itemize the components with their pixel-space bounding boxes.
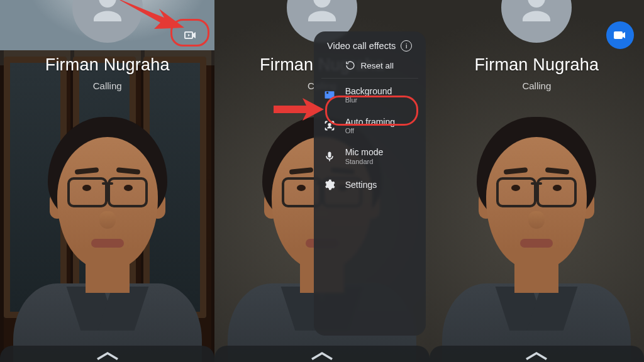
effects-panel-title: Video call effects xyxy=(327,41,396,51)
effects-item-background[interactable]: Background Blur xyxy=(314,80,426,111)
chevron-up-icon xyxy=(523,349,550,361)
effects-item-settings[interactable]: Settings xyxy=(314,172,426,198)
screenshot-step-3: Firman Nugraha Calling xyxy=(430,0,644,362)
effects-panel-title-row: Video call effects i xyxy=(314,40,426,52)
camera-icon xyxy=(183,28,198,43)
reset-icon xyxy=(345,60,355,70)
chevron-up-icon xyxy=(309,349,335,361)
effects-item-micmode[interactable]: Mic mode Standard xyxy=(314,141,426,172)
video-effects-button[interactable] xyxy=(177,21,204,49)
call-status: Calling xyxy=(0,80,214,91)
caller-selfview xyxy=(442,98,631,362)
call-controls-bar[interactable] xyxy=(430,346,644,362)
video-effects-panel: Video call effects i Reset all Backgroun… xyxy=(314,31,426,336)
call-controls-bar[interactable] xyxy=(0,346,214,362)
person-icon xyxy=(87,0,128,28)
caller-name: Firman Nugraha xyxy=(0,55,214,75)
avatar xyxy=(501,0,572,43)
camera-icon xyxy=(613,28,628,43)
call-controls-bar[interactable] xyxy=(214,346,429,362)
effects-item-autoframing[interactable]: Auto framing Off xyxy=(314,111,426,141)
caller-name: Firman Nugraha xyxy=(430,55,644,75)
image-icon xyxy=(323,88,336,102)
svg-point-1 xyxy=(328,124,331,126)
call-status: Calling xyxy=(430,80,644,91)
person-icon xyxy=(516,0,557,28)
mic-icon xyxy=(323,150,336,163)
person-icon xyxy=(301,0,343,28)
info-icon[interactable]: i xyxy=(401,40,412,52)
screenshot-step-1: Firman Nugraha Calling xyxy=(0,0,214,362)
video-effects-button[interactable] xyxy=(606,21,634,49)
tutorial-triptych: Firman Nugraha Calling Firman Nugraha xyxy=(0,0,644,362)
chevron-up-icon xyxy=(94,349,121,361)
caller-selfview xyxy=(13,98,202,362)
gear-icon xyxy=(323,178,336,192)
framing-icon xyxy=(323,119,336,133)
reset-all-button[interactable]: Reset all xyxy=(314,57,426,77)
screenshot-step-2: Firman Nugraha Calling Video call effect… xyxy=(214,0,429,362)
avatar xyxy=(72,0,143,43)
